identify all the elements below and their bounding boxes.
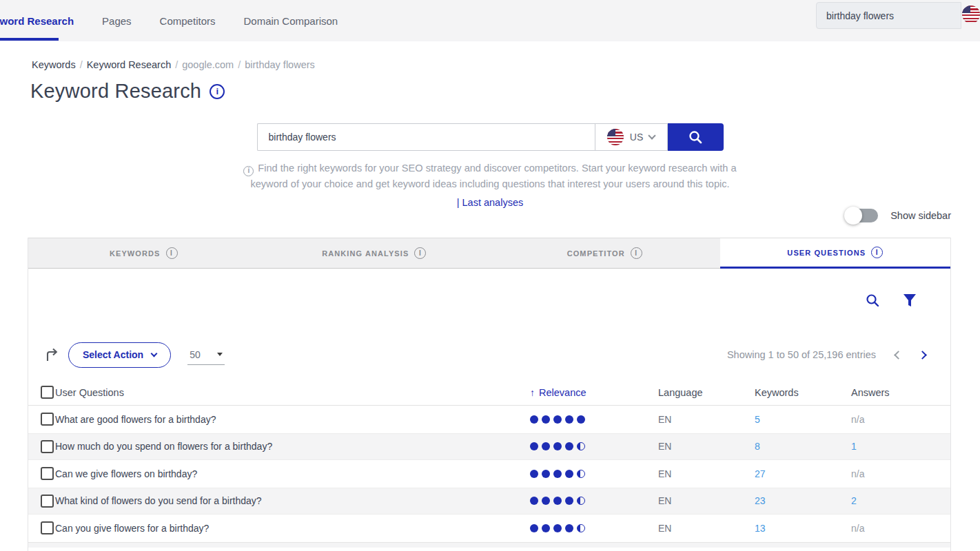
relevance-dot	[565, 415, 573, 424]
entries-summary: Showing 1 to 50 of 25,196 entries	[727, 349, 876, 360]
relevance-dot	[530, 524, 538, 532]
table-row: What are good flowers for a birthday? EN…	[28, 406, 950, 433]
column-language[interactable]: Language	[658, 387, 755, 398]
page-size-select[interactable]: 50	[187, 344, 225, 365]
breadcrumb-domain[interactable]: google.com	[182, 59, 234, 70]
keywords-count-link[interactable]: 8	[755, 441, 760, 452]
answers-cell: 2	[851, 495, 950, 506]
keywords-count-link[interactable]: 13	[755, 523, 766, 534]
relevance-dots	[530, 415, 658, 424]
question-cell: How much do you spend on flowers for a b…	[55, 441, 530, 452]
info-icon[interactable]: i	[631, 247, 642, 259]
nav-item-pages[interactable]: Pages	[102, 15, 132, 27]
question-cell: What are good flowers for a birthday?	[55, 414, 530, 425]
info-icon[interactable]: i	[166, 247, 178, 259]
us-flag-icon	[607, 129, 624, 145]
table-row: How much do you spend on flowers for a b…	[28, 433, 950, 461]
relevance-dot	[553, 497, 562, 505]
relevance-dot	[542, 497, 550, 505]
breadcrumb-keywords[interactable]: Keywords	[32, 59, 76, 70]
column-user-questions[interactable]: User Questions	[55, 387, 530, 398]
nav-item-domain-comparison[interactable]: Domain Comparison	[243, 15, 338, 27]
search-button[interactable]	[668, 123, 724, 151]
relevance-dots	[530, 524, 658, 532]
row-checkbox[interactable]	[41, 495, 54, 508]
table-search-icon[interactable]	[866, 293, 880, 308]
relevance-dot	[565, 442, 573, 450]
table-row: What kind of flowers do you send for a b…	[28, 488, 950, 515]
show-sidebar-toggle[interactable]	[846, 209, 878, 222]
column-keywords[interactable]: Keywords	[755, 387, 851, 398]
relevance-dot	[577, 415, 585, 424]
chevron-down-icon	[151, 350, 158, 357]
question-cell: What kind of flowers do you send for a b…	[55, 495, 530, 506]
keywords-cell: 23	[755, 495, 851, 506]
breadcrumb-keyword-research[interactable]: Keyword Research	[87, 59, 172, 70]
row-checkbox[interactable]	[41, 467, 54, 480]
breadcrumb: Keywords/Keyword Research/google.com/bir…	[32, 59, 980, 70]
info-icon[interactable]: i	[414, 247, 426, 259]
row-checkbox[interactable]	[41, 440, 54, 453]
toggle-knob	[844, 207, 862, 225]
relevance-dot	[553, 415, 562, 424]
pagination-next-button[interactable]	[919, 352, 926, 358]
language-cell: EN	[658, 523, 755, 534]
row-checkbox[interactable]	[41, 413, 54, 426]
question-cell: Can you give flowers for a birthday?	[55, 523, 530, 534]
tab-user-questions[interactable]: USER QUESTIONSi	[720, 238, 951, 269]
answers-na: n/a	[851, 468, 864, 479]
relevance-dot	[577, 524, 585, 532]
country-select[interactable]: US	[595, 123, 668, 151]
relevance-dot	[542, 442, 550, 450]
keywords-count-link[interactable]: 27	[755, 468, 766, 479]
relevance-dots	[530, 470, 658, 478]
us-flag-icon[interactable]	[962, 6, 980, 23]
breadcrumb-keyword: birthday flowers	[245, 59, 315, 70]
keywords-cell: 27	[755, 468, 851, 479]
answers-cell: n/a	[851, 523, 950, 534]
nav-item-competitors[interactable]: Competitors	[160, 15, 216, 27]
keywords-count-link[interactable]: 5	[755, 414, 760, 425]
answers-cell: 1	[851, 441, 950, 452]
answers-count-link[interactable]: 1	[851, 441, 857, 452]
search-icon	[688, 129, 703, 145]
tab-competitor[interactable]: COMPETITORi	[489, 238, 720, 269]
row-checkbox[interactable]	[41, 521, 54, 534]
tab-keywords[interactable]: KEYWORDSi	[28, 238, 259, 269]
answers-count-link[interactable]: 2	[851, 495, 857, 506]
tab-ranking-analysis[interactable]: RANKING ANALYSISi	[259, 238, 490, 269]
last-analyses-link[interactable]: Last analyses	[462, 197, 524, 208]
nav-item-keyword-research[interactable]: Keyword Research	[0, 15, 74, 27]
language-cell: EN	[658, 495, 755, 506]
table-row: Can we give flowers on birthday? EN 27 n…	[28, 460, 950, 488]
select-action-button[interactable]: Select Action	[68, 342, 171, 368]
column-answers[interactable]: Answers	[851, 387, 950, 398]
title-info-icon[interactable]: i	[210, 84, 225, 99]
nav-items: Keyword Research Pages Competitors Domai…	[0, 0, 366, 41]
keywords-count-link[interactable]: 23	[755, 495, 766, 506]
answers-cell: n/a	[851, 468, 950, 479]
keyword-input[interactable]	[257, 123, 595, 151]
export-icon[interactable]	[43, 346, 60, 363]
breadcrumb-separator: /	[175, 59, 178, 70]
results-panel: KEYWORDSi RANKING ANALYSISi COMPETITORi …	[28, 238, 951, 551]
relevance-dot	[530, 470, 538, 478]
table-header: User Questions ↑Relevance Language Keywo…	[28, 380, 950, 406]
table-body: What are good flowers for a birthday? EN…	[28, 406, 950, 542]
select-all-checkbox[interactable]	[41, 386, 54, 399]
breadcrumb-separator: /	[80, 59, 83, 70]
pipe-divider: |	[457, 197, 460, 208]
filter-icon[interactable]	[904, 294, 916, 307]
pagination-prev-button[interactable]	[895, 352, 901, 358]
tab-bar: KEYWORDSi RANKING ANALYSISi COMPETITORi …	[28, 238, 950, 269]
top-search-input[interactable]	[816, 2, 961, 29]
sort-ascending-icon: ↑	[530, 387, 535, 398]
answers-na: n/a	[851, 523, 864, 534]
column-relevance-sorted[interactable]: ↑Relevance	[530, 387, 658, 398]
info-icon[interactable]: i	[871, 247, 883, 258]
relevance-dot	[577, 497, 585, 505]
table-action-row: Select Action 50 Showing 1 to 50 of 25,1…	[28, 342, 950, 368]
answers-cell: n/a	[851, 414, 950, 425]
table-tools	[28, 269, 950, 309]
relevance-dot	[565, 497, 573, 505]
